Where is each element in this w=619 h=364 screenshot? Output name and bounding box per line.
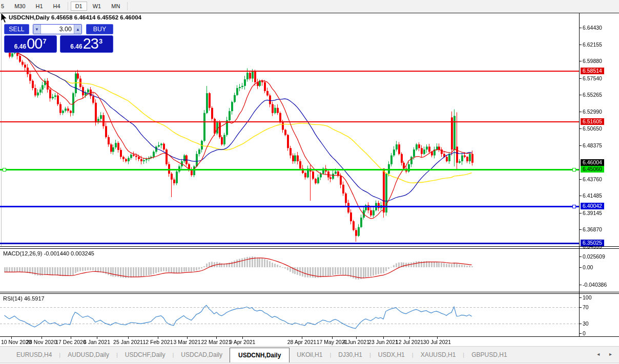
price-level-label: 6.58514	[581, 68, 604, 74]
timeframe-toolbar: 5M30H1H4D1W1MN	[0, 0, 619, 13]
buy-price-prefix: 6.46	[70, 43, 82, 50]
buy-price-quote[interactable]: 6.46 23 3	[60, 35, 114, 53]
price-axis-label: 6.50650	[583, 125, 602, 132]
trade-panel-top-row: SELL ▼ 3.00 ▲ BUY	[4, 24, 113, 34]
timeframe-button-mn[interactable]: MN	[107, 2, 125, 11]
sell-button[interactable]: SELL	[4, 24, 29, 34]
buy-price-sup: 3	[99, 37, 102, 45]
price-level-label: 6.51605	[581, 118, 604, 125]
date-axis-label: 25 Jan 2021	[113, 339, 143, 345]
date-axis-label: 30 Jul 2021	[423, 339, 451, 345]
timeframe-button-d1[interactable]: D1	[71, 2, 87, 11]
price-axis-label: 6.64430	[583, 25, 602, 31]
date-axis-label: 3 Mar 2021	[173, 339, 200, 345]
volume-input[interactable]: 3.00	[40, 25, 74, 34]
date-axis-label: 12 Feb 2021	[143, 339, 173, 345]
macd-axis-label: 0.025609	[583, 253, 605, 260]
mt4-window: 5M30H1H4D1W1MN USDCNH,Daily 6.45658 6.46…	[0, 0, 619, 364]
macd-axis-label: -0.040386	[583, 282, 607, 288]
buy-price-big: 23	[83, 36, 98, 51]
trade-panel-price-row: 6.46 00 7 6.46 23 3	[4, 35, 113, 53]
macd-indicator-label: MACD(12,26,9) -0.001440 0.003245	[3, 250, 94, 256]
date-axis-label: 12 Jul 2021	[396, 339, 423, 345]
price-level-label: 6.45060	[581, 166, 604, 173]
price-axis-label: 6.52990	[583, 109, 602, 115]
current-price-label: 6.46004	[581, 159, 604, 166]
rsi-axis-label: 30	[583, 320, 589, 327]
mouse-cursor-icon	[1, 13, 8, 24]
date-axis-label: 22 Mar 2021	[201, 339, 232, 345]
chart-title: USDCNH,Daily 6.45658 6.46414 6.45562 6.4…	[9, 14, 141, 20]
tab-xauusd-h1[interactable]: XAUUSD,H1	[414, 347, 463, 362]
tab-ukoil-h1[interactable]: UKOil,H1	[290, 347, 329, 362]
price-axis-label: 6.55265	[583, 92, 602, 98]
chart-tab-bar: EURUSD,H4|AUDUSD,Daily|USDCHF,Daily|USDC…	[0, 346, 619, 362]
date-axis-label: 9 Apr 2021	[230, 339, 256, 345]
price-axis-label: 6.57540	[583, 75, 602, 81]
sell-price-prefix: 6.46	[14, 43, 26, 50]
volume-increase-button[interactable]: ▲	[74, 25, 81, 34]
timeframe-button-h1[interactable]: H1	[31, 2, 48, 11]
rsi-axis-label: 100	[583, 294, 592, 301]
sell-price-quote[interactable]: 6.46 00 7	[4, 35, 57, 53]
tab-usdcnh-daily[interactable]: USDCNH,Daily	[230, 348, 290, 362]
toolbar-separator	[68, 2, 68, 10]
one-click-trade-panel: SELL ▼ 3.00 ▲ BUY 6.46 00 7 6.46 23 3	[4, 24, 113, 53]
tab-usdcad-daily[interactable]: USDCAD,Daily	[174, 347, 230, 362]
price-axis-label: 6.48375	[583, 142, 602, 148]
date-axis-label: 28 Nov 2020	[26, 339, 57, 345]
price-axis-label: 6.39145	[583, 210, 602, 216]
timeframe-button-w1[interactable]: W1	[88, 2, 106, 11]
rsi-axis-label: 0	[583, 330, 586, 336]
tab-audusd-daily[interactable]: AUDUSD,Daily	[60, 347, 116, 362]
rsi-axis-label: 70	[583, 304, 589, 310]
volume-spinner: ▼ 3.00 ▲	[33, 24, 82, 34]
timeframe-button-h4[interactable]: H4	[49, 2, 65, 11]
sell-price-big: 00	[27, 36, 42, 51]
tab-usdchf-daily[interactable]: USDCHF,Daily	[118, 347, 173, 362]
tab-eurusd-h4[interactable]: EURUSD,H4	[9, 347, 59, 362]
date-axis-label: 4 Jun 2021	[343, 339, 369, 345]
tab-scroll-arrows[interactable]: ◂ ▸	[597, 351, 616, 357]
tab-usdx-h1[interactable]: USDX,H1	[371, 347, 412, 362]
price-axis-label: 6.62155	[583, 41, 602, 48]
buy-button[interactable]: BUY	[86, 24, 113, 34]
price-axis-label: 6.36870	[583, 226, 602, 232]
price-axis-label: 6.59880	[583, 58, 602, 64]
toolbar-separator	[127, 2, 128, 10]
volume-decrease-button[interactable]: ▼	[33, 25, 40, 34]
macd-axis-label: 0.00	[583, 264, 593, 270]
timeframe-button-5[interactable]: 5	[0, 2, 9, 11]
date-axis-label: 28 Apr 2021	[287, 339, 317, 345]
date-axis-label: 6 Jan 2021	[84, 339, 110, 345]
timeframe-button-m30[interactable]: M30	[10, 2, 30, 11]
tab-dj30-h1[interactable]: DJ30,H1	[331, 347, 369, 362]
date-axis-label: 23 Jun 2021	[368, 339, 398, 345]
price-level-label: 6.40042	[581, 203, 604, 209]
tab-gbpusd-h1[interactable]: GBPUSD,H1	[464, 347, 514, 362]
price-axis-label: 6.41485	[583, 192, 602, 199]
chart-canvas[interactable]	[0, 0, 619, 364]
date-axis-label: 17 Dec 2020	[55, 339, 86, 345]
price-axis-label: 6.43760	[583, 176, 602, 182]
rsi-indicator-label: RSI(14) 46.5917	[3, 295, 45, 302]
price-level-label: 6.35025	[581, 240, 604, 246]
sell-price-sup: 7	[43, 37, 46, 45]
